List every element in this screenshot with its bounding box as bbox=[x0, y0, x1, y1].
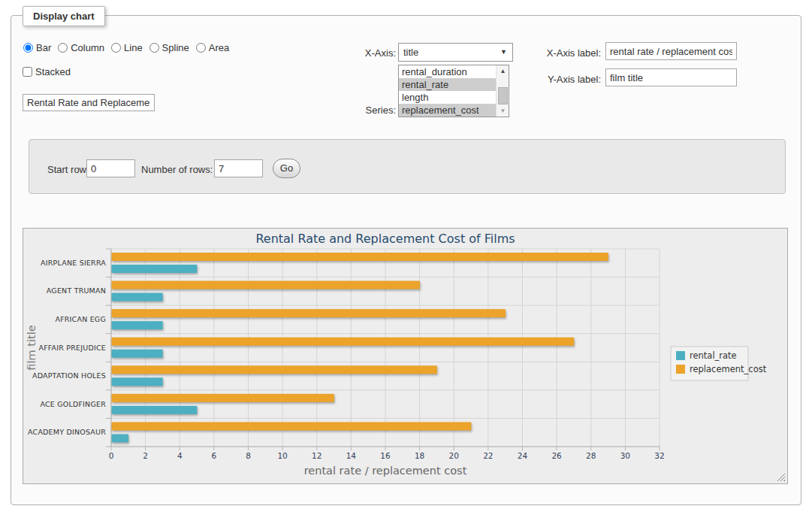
stacked-checkbox-row: Stacked bbox=[23, 66, 71, 77]
x-tick-label: 2 bbox=[143, 451, 148, 460]
x-tick-label: 10 bbox=[277, 451, 287, 460]
bar-replacement_cost[interactable] bbox=[112, 253, 608, 261]
chart-type-option-column: Column bbox=[58, 42, 104, 53]
bar-rental_rate[interactable] bbox=[112, 293, 163, 301]
chart-type-radio-label: Column bbox=[71, 42, 104, 53]
category-label: ACADEMY DINOSAUR bbox=[28, 428, 106, 436]
series-options: rental_durationrental_ratelengthreplacem… bbox=[399, 65, 509, 117]
y-axis-title: film title bbox=[26, 325, 38, 370]
category-label: ADAPTATION HOLES bbox=[32, 371, 106, 380]
bar-replacement_cost[interactable] bbox=[112, 309, 506, 317]
x-axis-selected-value: title bbox=[403, 47, 418, 58]
bar-rental_rate[interactable] bbox=[112, 406, 198, 414]
chart-type-radio-line[interactable] bbox=[111, 43, 121, 53]
x-tick-label: 14 bbox=[346, 451, 357, 460]
chart-type-radio-label: Spline bbox=[162, 42, 189, 53]
series-scrollbar[interactable]: ▲ ▼ bbox=[496, 65, 509, 117]
series-option-replacement_cost[interactable]: replacement_cost bbox=[399, 104, 497, 117]
start-row-label: Start row: bbox=[47, 164, 89, 175]
scroll-down-icon[interactable]: ▼ bbox=[497, 105, 509, 117]
bar-rental_rate[interactable] bbox=[112, 321, 163, 329]
chevron-down-icon: ▼ bbox=[500, 44, 507, 61]
x-tick-label: 32 bbox=[654, 451, 664, 460]
series-option-rental_rate[interactable]: rental_rate bbox=[399, 78, 497, 91]
stacked-label: Stacked bbox=[23, 66, 71, 77]
chart-type-radio-group: BarColumnLineSplineArea bbox=[23, 42, 236, 53]
series-multiselect[interactable]: rental_durationrental_ratelengthreplacem… bbox=[398, 65, 509, 117]
x-tick-label: 6 bbox=[212, 451, 217, 460]
x-axis-label-label: X-Axis label: bbox=[526, 47, 601, 59]
series-option-length[interactable]: length bbox=[399, 91, 497, 104]
x-tick-label: 12 bbox=[312, 451, 321, 460]
chart-type-option-spline: Spline bbox=[149, 42, 189, 53]
display-chart-legend-tab: Display chart bbox=[23, 6, 105, 26]
number-of-rows-label: Number of rows: bbox=[141, 164, 213, 175]
bar-rental_rate[interactable] bbox=[112, 434, 129, 442]
chart-type-option-area: Area bbox=[196, 42, 229, 53]
x-tick-label: 30 bbox=[620, 451, 630, 460]
bar-rental_rate[interactable] bbox=[112, 265, 198, 273]
x-tick-label: 16 bbox=[380, 451, 391, 460]
go-button[interactable]: Go bbox=[273, 159, 300, 178]
category-label: AFFAIR PREJUDICE bbox=[38, 344, 106, 352]
chart-type-radio-label: Area bbox=[209, 42, 229, 53]
bar-replacement_cost[interactable] bbox=[112, 394, 334, 402]
number-of-rows-input[interactable] bbox=[214, 159, 263, 177]
chart-type-radio-column[interactable] bbox=[58, 43, 68, 53]
x-tick-label: 22 bbox=[483, 451, 493, 460]
legend-label: replacement_cost bbox=[690, 364, 767, 374]
chart-title-input[interactable] bbox=[23, 94, 155, 111]
category-label: AIRPLANE SIERRA bbox=[41, 259, 106, 267]
scroll-up-icon[interactable]: ▲ bbox=[497, 65, 509, 77]
bar-replacement_cost[interactable] bbox=[112, 422, 472, 430]
bar-rental_rate[interactable] bbox=[112, 350, 163, 358]
legend-swatch bbox=[676, 365, 685, 374]
chart-type-radio-bar[interactable] bbox=[23, 43, 33, 53]
category-label: AFRICAN EGG bbox=[55, 315, 106, 323]
series-option-rental_duration[interactable]: rental_duration bbox=[399, 65, 497, 78]
x-tick-label: 4 bbox=[177, 451, 183, 460]
chart-container: 02468101214161820222426283032AIRPLANE SI… bbox=[23, 228, 788, 484]
x-tick-label: 26 bbox=[551, 451, 562, 460]
chart-type-option-bar: Bar bbox=[23, 42, 51, 53]
chart-type-radio-label: Line bbox=[124, 42, 143, 53]
legend-label: rental_rate bbox=[690, 350, 737, 361]
bar-chart-svg: 02468101214161820222426283032AIRPLANE SI… bbox=[23, 229, 787, 483]
x-tick-label: 24 bbox=[518, 451, 528, 460]
y-axis-label-label: Y-Axis label: bbox=[526, 74, 601, 85]
scrollbar-thumb[interactable] bbox=[498, 87, 508, 105]
chart-type-radio-area[interactable] bbox=[196, 43, 206, 53]
x-tick-label: 20 bbox=[449, 451, 459, 460]
chart-type-radio-label: Bar bbox=[36, 42, 51, 53]
x-tick-label: 8 bbox=[246, 451, 251, 460]
legend-swatch bbox=[676, 351, 685, 360]
category-label: ACE GOLDFINGER bbox=[40, 400, 106, 408]
category-label: AGENT TRUMAN bbox=[47, 286, 106, 295]
x-axis-label-input[interactable] bbox=[605, 42, 737, 60]
x-tick-label: 28 bbox=[586, 451, 596, 460]
chart-title: Rental Rate and Replacement Cost of Film… bbox=[255, 232, 515, 246]
y-axis-label-input[interactable] bbox=[605, 68, 737, 86]
chart-type-option-line: Line bbox=[111, 42, 143, 53]
chart-type-radio-spline[interactable] bbox=[149, 43, 159, 53]
stacked-checkbox[interactable] bbox=[23, 67, 32, 77]
bar-replacement_cost[interactable] bbox=[112, 365, 437, 374]
bar-replacement_cost[interactable] bbox=[112, 338, 575, 346]
x-axis-select[interactable]: title ▼ bbox=[398, 43, 513, 62]
bar-replacement_cost[interactable] bbox=[112, 281, 420, 289]
legend-item-replacement_cost[interactable]: replacement_cost bbox=[676, 364, 767, 374]
bar-rental_rate[interactable] bbox=[112, 377, 163, 386]
start-row-input[interactable] bbox=[86, 159, 135, 177]
x-tick-label: 18 bbox=[415, 451, 424, 460]
series-select-label: Series: bbox=[334, 105, 396, 116]
x-tick-label: 0 bbox=[109, 451, 114, 460]
x-axis-title: rental rate / replacement cost bbox=[304, 465, 467, 477]
x-axis-select-label: X-Axis: bbox=[334, 47, 396, 59]
